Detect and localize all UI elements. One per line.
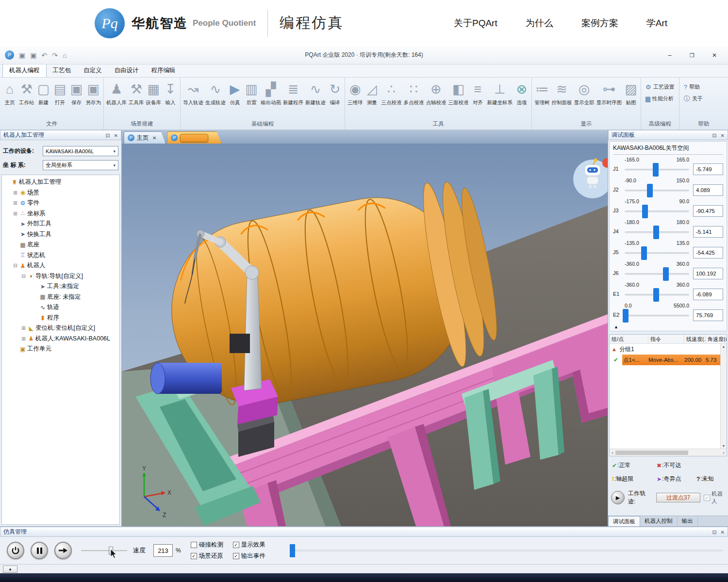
tree-item-robot-kawasaki[interactable]: ⊞机器人:KAWASAKI-BA006L — [2, 334, 119, 344]
j6-slider-thumb[interactable] — [663, 267, 669, 281]
ribbon-button-device-library[interactable]: 设备库 — [145, 79, 163, 119]
ribbon-button-import-trajectory[interactable]: 导入轨迹 — [182, 79, 204, 119]
checkbox-icon[interactable] — [191, 553, 197, 559]
ribbon-button-point-axis-calibration[interactable]: 点轴校准 — [425, 79, 447, 119]
ribbon-button-three-face-calibration[interactable]: 三面校准 — [447, 79, 470, 119]
table-row-group[interactable]: 分组1 — [610, 344, 720, 355]
tree-item-base[interactable]: 底座 — [2, 240, 119, 250]
3d-scene[interactable]: Y X Z — [122, 144, 608, 526]
tree-item-parts[interactable]: ⊞零件 — [2, 198, 119, 209]
ribbon-button-save[interactable]: 保存 — [68, 79, 85, 119]
j1-slider[interactable] — [625, 169, 689, 171]
tree-item-trajectory[interactable]: 轨迹 — [2, 302, 119, 313]
checkbox-icon[interactable] — [233, 553, 239, 559]
nav-why[interactable]: 为什么 — [526, 17, 553, 30]
tab-output[interactable]: 输出 — [678, 516, 698, 526]
simulation-progress-track[interactable] — [295, 550, 723, 551]
ribbon-button-tool-library[interactable]: 工具库 — [128, 79, 145, 119]
j3-value-field[interactable]: -90.475 — [693, 205, 723, 217]
ribbon-button-show-all[interactable]: 显示全部 — [573, 79, 596, 119]
ribbon-button-robot-library[interactable]: 机器人库 — [105, 79, 128, 119]
panel-close-icon[interactable] — [114, 132, 118, 139]
ribbon-button-new[interactable]: 新建 — [35, 79, 52, 119]
ribbon-button-multi-point-calibration[interactable]: 多点校准 — [403, 79, 425, 119]
panel-close-icon[interactable] — [721, 529, 725, 535]
ribbon-button-control-panel[interactable]: 控制面板 — [551, 79, 573, 119]
scrollbar-thumb[interactable] — [615, 451, 688, 455]
j5-value-field[interactable]: -54.425 — [693, 247, 723, 259]
scroll-up-icon[interactable] — [722, 345, 726, 348]
ribbon-button-about[interactable]: 关于 — [684, 95, 724, 102]
save-all-icon[interactable]: ▣ — [30, 52, 36, 59]
minimize-button[interactable] — [666, 51, 674, 59]
ribbon-button-show-timing-diagram[interactable]: 显示时序图 — [596, 79, 623, 119]
j4-slider-thumb[interactable] — [653, 226, 659, 239]
tree-item-program[interactable]: 程序 — [2, 313, 119, 323]
viewport-tab-active-workstation[interactable]: P — [167, 131, 221, 144]
scroll-down-icon[interactable] — [722, 444, 726, 448]
ribbon-button-new-trajectory[interactable]: 新建轨迹 — [304, 79, 327, 119]
robot-checkbox[interactable]: 机器人 — [704, 490, 728, 505]
j3-slider-thumb[interactable] — [642, 205, 648, 218]
j2-slider-thumb[interactable] — [647, 184, 653, 197]
ribbon-button-align[interactable]: 对齐 — [470, 79, 486, 119]
tree-item-coordinate-systems[interactable]: ⊞坐标系 — [2, 209, 119, 219]
redo-icon[interactable]: ↷ — [52, 52, 58, 59]
tree-item-work-unit[interactable]: 工作单元 — [2, 344, 119, 355]
close-button[interactable] — [711, 51, 718, 59]
ribbon-button-compile[interactable]: 编译 — [327, 79, 343, 119]
table-row-point[interactable]: 点1<... Move-Abs... 200.00 5.73 — [610, 355, 720, 365]
collapse-panel-button[interactable]: ▲ — [3, 566, 17, 573]
tree-item-external-tools[interactable]: 外部工具 — [2, 219, 119, 229]
j5-slider-thumb[interactable] — [641, 246, 647, 260]
scene-restore-checkbox[interactable]: 场景还原 — [191, 552, 223, 560]
tree-item-root[interactable]: 机器人加工管理 — [2, 177, 119, 188]
tree-item-robot[interactable]: ⊟机器人 — [2, 260, 119, 271]
ribbon-button-process-settings[interactable]: 工艺设置 — [645, 83, 675, 91]
ribbon-button-new-coordinate-system[interactable]: 新建坐标系 — [486, 79, 514, 119]
tree-item-quick-change-tools[interactable]: 快换工具 — [2, 229, 119, 240]
ribbon-button-performance-analysis[interactable]: 性能分析 — [645, 95, 675, 102]
tab-debug-panel[interactable]: 调试面板 — [608, 516, 640, 526]
tab-robot-programming[interactable]: 机器人编程 — [2, 64, 47, 77]
table-vertical-scrollbar[interactable] — [720, 344, 727, 449]
speed-value-field[interactable]: 213 — [153, 544, 173, 557]
home-icon[interactable]: ⌂ — [63, 52, 66, 59]
ribbon-button-home[interactable]: 主页 — [1, 79, 18, 119]
restore-button[interactable] — [688, 51, 696, 59]
speed-slider[interactable] — [81, 550, 127, 551]
ribbon-button-options[interactable]: 选项 — [513, 79, 530, 119]
checkbox-icon[interactable] — [191, 542, 197, 548]
nav-cases[interactable]: 案例方案 — [581, 17, 618, 30]
collision-detection-checkbox[interactable]: 碰撞检测 — [191, 541, 223, 549]
j6-value-field[interactable]: 100.192 — [693, 268, 723, 279]
undo-icon[interactable]: ↶ — [41, 52, 47, 59]
j3-slider[interactable] — [625, 210, 689, 212]
ribbon-button-open[interactable]: 打开 — [52, 79, 68, 119]
tab-close-icon[interactable] — [152, 134, 156, 141]
table-horizontal-scrollbar[interactable] — [610, 449, 727, 456]
tree-item-state-machine[interactable]: 状态机 — [2, 250, 119, 261]
ribbon-button-save-as[interactable]: 另存为 — [85, 79, 102, 119]
ribbon-button-export-animation[interactable]: 输出动画 — [260, 79, 282, 119]
tree-item-scene[interactable]: ⊞场景 — [2, 188, 119, 198]
j2-value-field[interactable]: 4.089 — [693, 184, 723, 196]
transition-point-button[interactable]: 过渡点37 — [656, 493, 700, 502]
tree-item-base-unassigned[interactable]: 底座: 未指定 — [2, 292, 119, 303]
coordinate-system-select[interactable]: 全局坐标系 — [43, 160, 118, 170]
ribbon-button-new-program[interactable]: 新建程序 — [282, 79, 304, 119]
e1-slider-thumb[interactable] — [653, 288, 659, 302]
stop-button[interactable] — [7, 542, 24, 559]
show-effects-checkbox[interactable]: 显示效果 — [233, 541, 265, 549]
simulation-progress-thumb[interactable] — [290, 544, 295, 557]
e2-slider[interactable] — [625, 315, 689, 317]
ribbon-button-import[interactable]: 输入 — [162, 79, 179, 119]
ribbon-button-simulate[interactable]: 仿真 — [227, 79, 243, 119]
nav-learn[interactable]: 学Art — [646, 17, 667, 30]
checkbox-icon[interactable] — [233, 542, 239, 548]
j6-slider[interactable] — [625, 273, 689, 275]
tree-item-tool-unassigned[interactable]: 工具:未指定 — [2, 281, 119, 292]
checkbox-icon[interactable] — [704, 495, 710, 501]
j4-value-field[interactable]: -5.141 — [693, 226, 723, 238]
step-forward-button[interactable] — [54, 542, 72, 559]
